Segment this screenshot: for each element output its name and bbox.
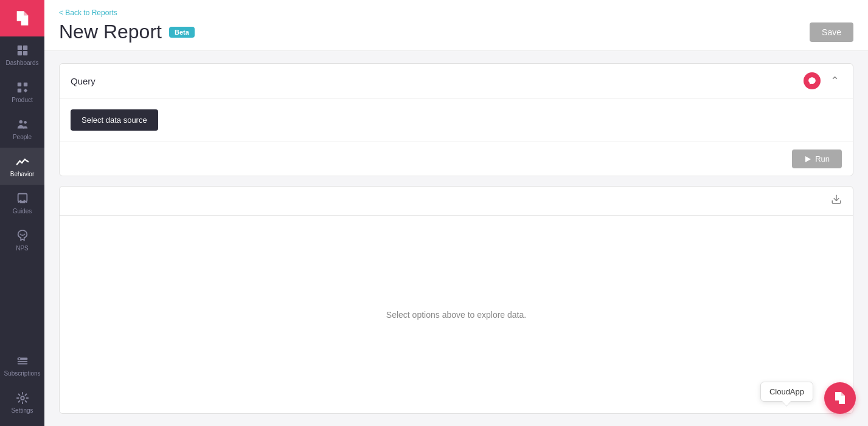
settings-icon bbox=[16, 391, 29, 405]
collapse-button[interactable]: ⌃ bbox=[828, 74, 842, 88]
sidebar-item-label: People bbox=[13, 134, 32, 140]
pendo-logo-icon bbox=[14, 10, 31, 27]
sidebar-item-subscriptions[interactable]: Subscriptions bbox=[0, 347, 44, 384]
chat-icon bbox=[808, 77, 816, 85]
results-card-header bbox=[60, 187, 853, 216]
svg-marker-21 bbox=[805, 156, 811, 162]
fab-icon bbox=[833, 391, 847, 405]
query-card-title: Query bbox=[71, 76, 95, 86]
sidebar-item-label: Dashboards bbox=[6, 60, 39, 66]
run-button[interactable]: Run bbox=[792, 149, 842, 168]
sidebar-item-label: Subscriptions bbox=[4, 370, 40, 377]
svg-rect-1 bbox=[23, 46, 27, 50]
svg-point-10 bbox=[21, 162, 23, 163]
behavior-icon bbox=[16, 155, 29, 168]
sidebar-bottom: Subscriptions Settings bbox=[0, 347, 44, 426]
sidebar-item-settings[interactable]: Settings bbox=[0, 384, 44, 421]
sidebar: Dashboards Product People bbox=[0, 0, 44, 426]
sidebar-item-label: Guides bbox=[13, 208, 32, 215]
sidebar-item-guides[interactable]: Guides bbox=[0, 185, 44, 222]
sidebar-item-label: Product bbox=[12, 97, 32, 103]
back-to-reports-link[interactable]: < Back to Reports bbox=[59, 0, 117, 21]
run-button-label: Run bbox=[815, 154, 830, 163]
save-button[interactable]: Save bbox=[810, 22, 853, 42]
page-title: New Report bbox=[59, 21, 162, 43]
svg-rect-0 bbox=[17, 46, 21, 50]
query-card-header: Query ⌃ bbox=[60, 64, 853, 98]
results-empty-state: Select options above to explore data. bbox=[60, 216, 853, 413]
svg-rect-17 bbox=[17, 361, 27, 362]
query-status-icon bbox=[804, 72, 821, 89]
page-header: < Back to Reports New Report Beta Save bbox=[44, 0, 868, 51]
svg-point-20 bbox=[21, 396, 24, 400]
sidebar-item-label: Settings bbox=[11, 407, 33, 414]
content-area: Query ⌃ Select data source bbox=[44, 51, 868, 426]
sidebar-item-dashboards[interactable]: Dashboards bbox=[0, 36, 44, 74]
svg-rect-6 bbox=[17, 89, 21, 92]
svg-rect-5 bbox=[23, 83, 27, 86]
beta-badge: Beta bbox=[169, 27, 195, 38]
sidebar-item-behavior[interactable]: Behavior bbox=[0, 148, 44, 185]
download-button[interactable] bbox=[831, 194, 842, 208]
svg-point-11 bbox=[24, 159, 26, 160]
svg-rect-12 bbox=[18, 194, 27, 202]
nps-icon bbox=[16, 229, 29, 242]
select-data-source-button[interactable]: Select data source bbox=[71, 109, 158, 131]
svg-rect-4 bbox=[17, 83, 21, 86]
dashboards-icon bbox=[16, 44, 29, 57]
query-card: Query ⌃ Select data source bbox=[59, 63, 853, 176]
sidebar-item-label: Behavior bbox=[10, 171, 34, 177]
sidebar-navigation: Dashboards Product People bbox=[0, 36, 44, 347]
product-icon bbox=[16, 81, 29, 94]
svg-rect-3 bbox=[23, 51, 27, 55]
svg-point-9 bbox=[19, 160, 21, 162]
guides-icon bbox=[16, 192, 29, 205]
download-icon bbox=[831, 194, 842, 205]
sidebar-logo[interactable] bbox=[0, 0, 44, 36]
play-icon bbox=[804, 156, 811, 163]
svg-rect-18 bbox=[17, 363, 27, 365]
query-card-header-right: ⌃ bbox=[804, 72, 842, 89]
fab-button[interactable] bbox=[824, 382, 856, 414]
header-row: New Report Beta Save bbox=[59, 21, 853, 43]
people-icon bbox=[16, 118, 29, 131]
subscriptions-icon bbox=[16, 354, 29, 368]
svg-point-8 bbox=[24, 121, 27, 124]
query-card-footer: Run bbox=[60, 142, 853, 176]
results-empty-message: Select options above to explore data. bbox=[386, 310, 526, 320]
results-card: Select options above to explore data. bbox=[59, 186, 853, 414]
svg-point-7 bbox=[19, 120, 23, 124]
sidebar-item-nps[interactable]: NPS bbox=[0, 222, 44, 259]
cloudapp-tooltip-text: CloudApp bbox=[769, 387, 804, 396]
query-card-body: Select data source bbox=[60, 98, 853, 142]
sidebar-item-product[interactable]: Product bbox=[0, 74, 44, 111]
header-title-group: New Report Beta bbox=[59, 21, 195, 43]
svg-point-19 bbox=[18, 358, 21, 360]
main-content: < Back to Reports New Report Beta Save Q… bbox=[44, 0, 868, 426]
svg-rect-2 bbox=[17, 51, 21, 55]
cloudapp-tooltip: CloudApp bbox=[760, 382, 813, 402]
sidebar-item-people[interactable]: People bbox=[0, 111, 44, 148]
sidebar-item-label: NPS bbox=[16, 245, 29, 252]
